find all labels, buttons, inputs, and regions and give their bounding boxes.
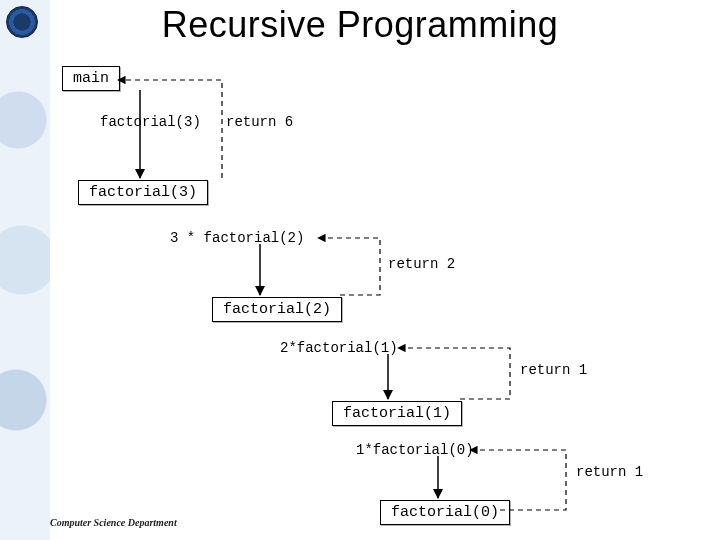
box-factorial-2: factorial(2): [212, 297, 342, 322]
box-factorial-3: factorial(3): [78, 180, 208, 205]
background-decoration: [0, 0, 50, 540]
box-factorial-1: factorial(1): [332, 401, 462, 426]
label-expr-3x-f2: 3 * factorial(2): [170, 230, 304, 246]
label-call-factorial3: factorial(3): [100, 114, 201, 130]
footer-text: Computer Science Department: [50, 517, 177, 528]
box-factorial-0: factorial(0): [380, 500, 510, 525]
label-expr-1x-f0: 1*factorial(0): [356, 442, 474, 458]
label-return-1a: return 1: [520, 362, 587, 378]
label-return-2: return 2: [388, 256, 455, 272]
label-return-1b: return 1: [576, 464, 643, 480]
page-title: Recursive Programming: [0, 4, 720, 46]
label-expr-2x-f1: 2*factorial(1): [280, 340, 398, 356]
label-return-6: return 6: [226, 114, 293, 130]
box-main: main: [62, 66, 120, 91]
